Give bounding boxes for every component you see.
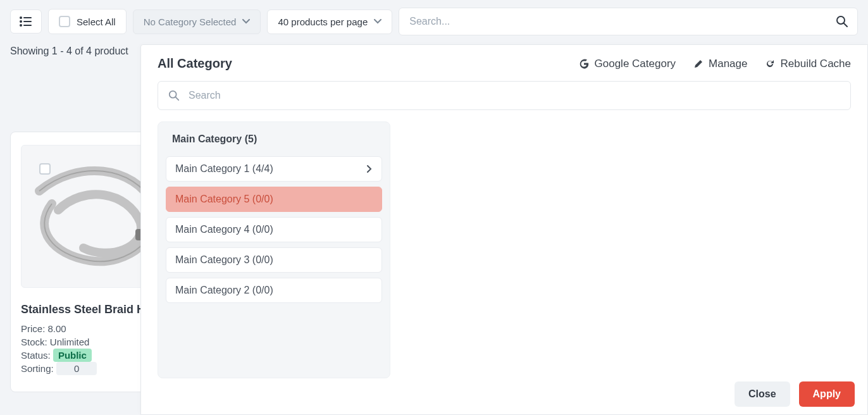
category-item-label: Main Category 1 (4/4) [175,163,273,175]
category-item[interactable]: Main Category 4 (0/0) [166,217,382,242]
category-item[interactable]: Main Category 1 (4/4) [166,156,382,182]
category-filter-dropdown[interactable]: No Category Selected [133,9,261,34]
sorting-value[interactable]: 0 [56,362,97,375]
search-bar[interactable] [399,8,858,35]
category-item[interactable]: Main Category 3 (0/0) [166,247,382,273]
per-page-dropdown[interactable]: 40 products per page [267,9,392,34]
search-input[interactable] [408,15,836,28]
category-panel: Main Category (5) Main Category 1 (4/4)M… [158,121,390,378]
search-icon [168,90,180,101]
select-all-checkbox[interactable] [59,16,70,27]
chevron-right-icon [366,164,373,173]
manage-label: Manage [709,58,747,70]
price-value: 8.00 [48,323,66,334]
google-icon [578,58,590,70]
svg-line-7 [844,23,847,27]
close-button[interactable]: Close [735,381,790,407]
manage-button[interactable]: Manage [693,58,747,70]
refresh-icon [765,59,775,69]
category-item-label: Main Category 4 (0/0) [175,224,273,235]
svg-point-9 [170,91,177,98]
search-icon [836,15,848,28]
sorting-label: Sorting: [21,363,54,374]
rebuild-cache-label: Rebuild Cache [780,58,851,70]
category-item-label: Main Category 5 (0/0) [175,194,273,205]
modal-search[interactable] [158,81,851,110]
category-item-label: Main Category 2 (0/0) [175,285,273,296]
price-label: Price: [21,323,45,334]
category-item[interactable]: Main Category 2 (0/0) [166,278,382,303]
svg-point-0 [20,17,22,18]
per-page-label: 40 products per page [278,16,368,27]
category-panel-header: Main Category (5) [166,133,382,151]
rebuild-cache-button[interactable]: Rebuild Cache [765,58,851,70]
category-item-label: Main Category 3 (0/0) [175,254,273,266]
svg-point-6 [837,16,845,24]
select-all-button[interactable]: Select All [48,9,127,34]
svg-point-4 [20,25,22,26]
toolbar: Select All No Category Selected 40 produ… [0,0,868,43]
status-label: Status: [21,350,51,361]
list-view-toggle[interactable] [10,9,42,34]
stock-label: Stock: [21,337,47,347]
select-all-label: Select All [77,16,116,27]
stock-value: Unlimited [50,337,90,347]
category-filter-label: No Category Selected [144,16,237,27]
chevron-down-icon [242,19,250,24]
google-category-button[interactable]: Google Category [578,58,676,70]
modal-search-input[interactable] [187,89,840,102]
list-icon [20,16,32,27]
status-badge: Public [53,349,92,362]
modal-title: All Category [158,56,232,71]
apply-button[interactable]: Apply [799,381,855,407]
svg-line-10 [176,97,179,101]
pencil-icon [693,59,704,69]
google-category-label: Google Category [595,58,676,70]
chevron-down-icon [374,19,381,24]
category-modal: All Category Google Category Manage Rebu… [140,44,868,415]
category-item[interactable]: Main Category 5 (0/0) [166,187,382,212]
svg-point-2 [20,21,22,22]
